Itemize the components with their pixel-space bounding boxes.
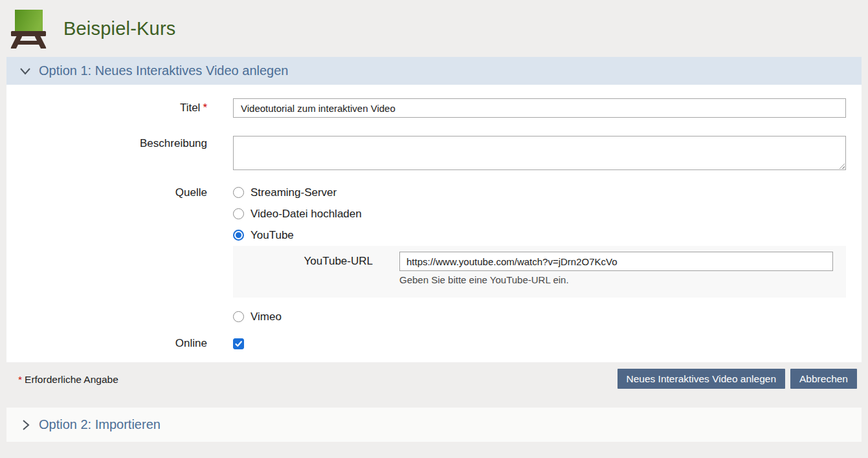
section-header-option2[interactable]: Option 2: Importieren (6, 408, 862, 442)
required-asterisk: * (203, 102, 207, 114)
youtube-url-hint: Geben Sie bitte eine YouTube-URL ein. (399, 274, 833, 285)
youtube-url-subpanel: YouTube-URL Geben Sie bitte eine YouTube… (233, 246, 846, 298)
radio-youtube[interactable]: YouTube (233, 224, 846, 246)
radio-label: Vimeo (250, 311, 282, 323)
check-icon (234, 340, 243, 348)
required-note: *Erforderliche Angabe (18, 369, 612, 386)
radio-video-datei-hochladen[interactable]: Video-Datei hochladen (233, 203, 846, 224)
chevron-right-icon (19, 419, 32, 431)
online-checkbox[interactable] (233, 338, 244, 349)
youtube-url-label: YouTube-URL (233, 255, 399, 268)
radio-button[interactable] (233, 208, 244, 219)
section-title-option2: Option 2: Importieren (39, 417, 161, 432)
radio-label: Video-Datei hochladen (250, 208, 362, 221)
titel-label: Titel* (6, 102, 233, 114)
radio-button[interactable] (233, 187, 244, 198)
radio-button[interactable] (233, 230, 244, 241)
titel-input[interactable] (233, 98, 846, 118)
radio-vimeo[interactable]: Vimeo (233, 306, 846, 327)
radio-label: YouTube (250, 229, 294, 242)
beschreibung-row: Beschreibung (6, 136, 862, 170)
radio-button[interactable] (233, 311, 244, 322)
quelle-row: Quelle Streaming-Server Video-Datei hoch… (6, 182, 862, 327)
course-easel-icon (9, 8, 48, 49)
option2-panel: Option 2: Importieren (6, 408, 862, 442)
chevron-down-icon (19, 65, 32, 78)
option1-panel: Option 1: Neues Interaktives Video anleg… (6, 57, 862, 362)
required-asterisk: * (18, 374, 22, 385)
youtube-url-input[interactable] (399, 252, 833, 271)
form-footer: *Erforderliche Angabe Neues Interaktives… (0, 362, 868, 408)
online-row: Online (6, 337, 862, 350)
radio-label: Streaming-Server (250, 186, 337, 199)
option1-form: Titel* Beschreibung Quelle Streami (6, 85, 862, 362)
page-title: Beispiel-Kurs (63, 18, 175, 39)
online-label: Online (6, 337, 233, 350)
beschreibung-textarea[interactable] (233, 136, 846, 170)
titel-row: Titel* (6, 98, 862, 118)
radio-streaming-server[interactable]: Streaming-Server (233, 182, 846, 203)
beschreibung-label: Beschreibung (6, 131, 233, 157)
cancel-button[interactable]: Abbrechen (790, 369, 857, 389)
section-header-option1[interactable]: Option 1: Neues Interaktives Video anleg… (6, 57, 862, 85)
submit-button[interactable]: Neues Interaktives Video anlegen (618, 369, 786, 389)
quelle-label: Quelle (6, 182, 233, 203)
page-header: Beispiel-Kurs (0, 0, 868, 57)
section-title-option1: Option 1: Neues Interaktives Video anleg… (39, 63, 288, 78)
